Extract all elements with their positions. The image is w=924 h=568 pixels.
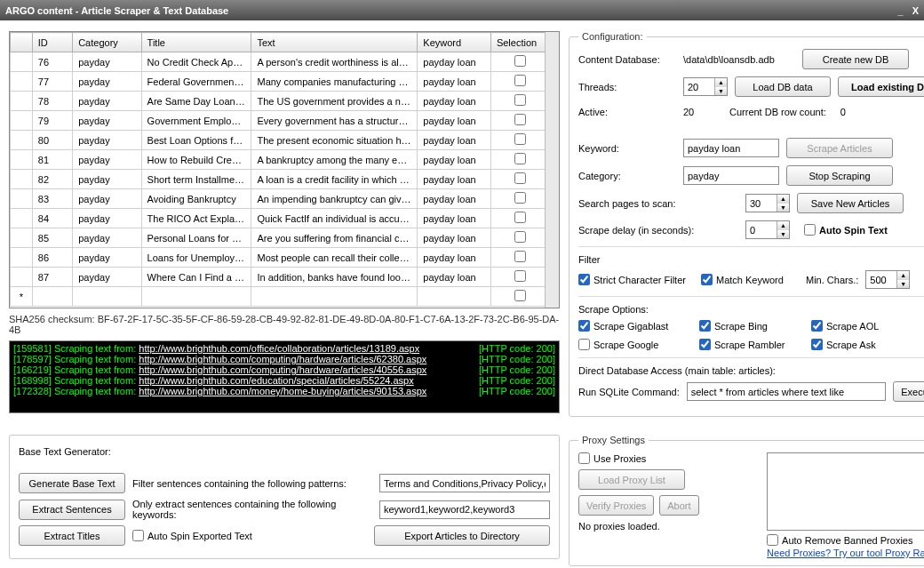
use-proxies-checkbox[interactable]: Use Proxies — [578, 452, 758, 464]
category-input[interactable] — [683, 166, 779, 185]
content-db-path: \data\db\loansdb.adb — [683, 54, 795, 65]
extract-sentences-button[interactable]: Extract Sentences — [19, 500, 125, 520]
scrape-aol-checkbox[interactable]: Scrape AOL — [811, 320, 879, 332]
scrape-articles-button[interactable]: Scrape Articles — [786, 138, 893, 158]
row-select-checkbox[interactable] — [514, 75, 526, 86]
row-select-checkbox[interactable] — [514, 114, 526, 125]
row-select-checkbox[interactable] — [514, 270, 526, 282]
row-select-checkbox[interactable] — [514, 172, 526, 184]
scrape-delay-label: Scrape delay (in seconds): — [578, 225, 738, 236]
base-text-generator-label: Base Text Generator: — [19, 446, 550, 457]
table-row[interactable]: 76 payday No Credit Check Apar... A pers… — [11, 52, 550, 72]
scrape-google-checkbox[interactable]: Scrape Google — [578, 339, 692, 350]
pages-spinner[interactable]: ▲▼ — [745, 194, 790, 212]
table-row[interactable]: 87 payday Where Can I Find a B... In add… — [11, 268, 550, 287]
strict-filter-checkbox[interactable]: Strict Character Filter — [578, 274, 694, 285]
direct-db-access-label: Direct Database Access (main table: arti… — [578, 365, 924, 376]
load-db-data-button[interactable]: Load DB data — [735, 76, 831, 97]
scrape-bing-checkbox[interactable]: Scrape Bing — [699, 320, 804, 332]
export-articles-button[interactable]: Export Articles to Directory — [374, 525, 550, 546]
match-keyword-checkbox[interactable]: Match Keyword — [701, 274, 799, 285]
table-row[interactable]: 78 payday Are Same Day Loans ... The US … — [11, 92, 550, 111]
table-row[interactable]: 80 payday Best Loan Options for... The p… — [11, 131, 550, 150]
proxy-list-textarea[interactable] — [767, 452, 924, 531]
execute-button[interactable]: Execute — [893, 381, 924, 402]
col-title[interactable]: Title — [141, 33, 251, 52]
table-row[interactable]: 83 payday Avoiding Bankruptcy An impendi… — [11, 189, 550, 209]
table-row[interactable]: 77 payday Federal Government ... Many co… — [11, 72, 550, 92]
col-category[interactable]: Category — [73, 33, 141, 52]
filter-section-label: Filter — [578, 254, 924, 265]
load-proxy-list-button[interactable]: Load Proxy List — [578, 469, 685, 490]
save-new-articles-button[interactable]: Save New Articles — [797, 193, 904, 213]
table-row[interactable]: 86 payday Loans for Unemploye... Most pe… — [11, 248, 550, 268]
need-proxies-link[interactable]: Need Proxies? Try our tool Proxy Raider! — [767, 548, 924, 558]
row-select-checkbox[interactable] — [514, 212, 526, 223]
table-row[interactable]: 81 payday How to Rebuild Credit... A ban… — [11, 150, 550, 170]
auto-remove-banned-checkbox[interactable]: Auto Remove Banned Proxies — [767, 534, 912, 546]
auto-spin-exported-checkbox[interactable]: Auto Spin Exported Text — [132, 530, 252, 541]
table-row[interactable]: 79 payday Government Employe... Every go… — [11, 111, 550, 131]
sql-command-input[interactable] — [687, 382, 887, 401]
minimize-button[interactable]: _ — [898, 5, 904, 16]
filter-sentences-label: Filter sentences containing the followin… — [132, 478, 372, 489]
row-select-checkbox[interactable] — [514, 55, 526, 67]
scrape-gigablast-checkbox[interactable]: Scrape Gigablast — [578, 320, 692, 332]
content-db-label: Content Database: — [578, 54, 676, 65]
table-row[interactable]: 84 payday The RICO Act Explain... Quick … — [11, 209, 550, 228]
keyword-input[interactable] — [683, 139, 779, 157]
row-select-checkbox[interactable] — [514, 251, 526, 262]
abort-proxies-button[interactable]: Abort — [659, 495, 698, 516]
log-console: [159581] Scraping text from: http://www.… — [9, 340, 560, 413]
row-select-checkbox[interactable] — [514, 231, 526, 243]
row-selector-header — [11, 33, 33, 52]
rowcount-value: 0 — [840, 107, 865, 117]
scrape-ask-checkbox[interactable]: Scrape Ask — [811, 339, 876, 350]
proxy-status: No proxies loaded. — [578, 521, 758, 532]
scrape-options-label: Scrape Options: — [578, 304, 924, 315]
proxy-settings-legend: Proxy Settings — [578, 435, 649, 445]
row-select-checkbox[interactable] — [514, 133, 526, 145]
filter-patterns-input[interactable] — [379, 474, 550, 492]
extract-titles-button[interactable]: Extract Titles — [19, 525, 125, 546]
row-select-checkbox[interactable] — [514, 153, 526, 164]
generate-base-text-button[interactable]: Generate Base Text — [19, 473, 125, 493]
auto-spin-text-checkbox[interactable]: Auto Spin Text — [804, 224, 888, 236]
run-sql-label: Run SQLite Command: — [578, 387, 680, 397]
vertical-scrollbar[interactable] — [545, 32, 559, 308]
row-select-checkbox[interactable] — [514, 94, 526, 106]
extract-keywords-input[interactable] — [379, 500, 550, 519]
col-keyword[interactable]: Keyword — [418, 33, 491, 52]
rowcount-label: Current DB row count: — [729, 107, 826, 117]
configuration-legend: Configuration: — [578, 31, 647, 42]
verify-proxies-button[interactable]: Verify Proxies — [578, 495, 654, 516]
col-text[interactable]: Text — [251, 33, 418, 52]
window-titlebar: ARGO content - Article Scraper & Text Da… — [0, 0, 924, 20]
keyword-label: Keyword: — [578, 143, 676, 154]
delay-spinner[interactable]: ▲▼ — [745, 220, 790, 239]
row-select-checkbox[interactable] — [514, 192, 526, 204]
min-chars-spinner[interactable]: ▲▼ — [865, 270, 910, 289]
col-selection[interactable]: Selection — [490, 33, 549, 52]
stop-scraping-button[interactable]: Stop Scraping — [786, 165, 893, 186]
table-row[interactable]: 85 payday Personal Loans for Pe... Are y… — [11, 228, 550, 248]
table-row[interactable]: 82 payday Short term Installment ... A l… — [11, 170, 550, 189]
threads-spinner[interactable]: ▲▼ — [683, 77, 728, 96]
category-label: Category: — [578, 171, 676, 181]
active-label: Active: — [578, 107, 676, 117]
window-title: ARGO content - Article Scraper & Text Da… — [5, 5, 228, 16]
close-button[interactable]: X — [912, 5, 919, 16]
scrape-rambler-checkbox[interactable]: Scrape Rambler — [699, 339, 804, 350]
threads-label: Threads: — [578, 82, 676, 92]
create-new-db-button[interactable]: Create new DB — [802, 49, 909, 69]
min-chars-label: Min. Chars.: — [806, 275, 858, 285]
checksum-label: SHA256 checksum: BF-67-2F-17-5C-35-5F-CF… — [9, 314, 560, 335]
articles-table[interactable]: ID Category Title Text Keyword Selection… — [9, 31, 560, 308]
load-existing-db-button[interactable]: Load existing DB — [838, 76, 924, 97]
search-pages-label: Search pages to scan: — [578, 198, 738, 209]
only-extract-label: Only extract sentences containing the fo… — [132, 499, 372, 520]
active-value: 20 — [683, 107, 722, 117]
col-id[interactable]: ID — [32, 33, 72, 52]
